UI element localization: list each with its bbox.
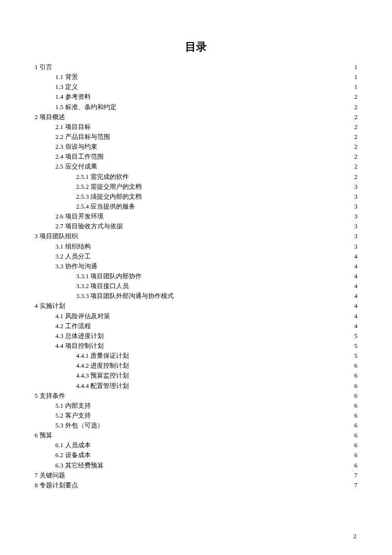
toc-entry-page: 6	[352, 450, 357, 460]
toc-entry-page: 1	[352, 72, 357, 82]
toc-entry-label: 5 支持条件	[35, 391, 65, 401]
toc-entry-page: 5	[352, 331, 357, 341]
toc-entry: 2.4 项目工作范围2	[35, 152, 357, 162]
toc-entry: 8 专题计划要点7	[35, 480, 357, 490]
toc-entry-page: 6	[352, 440, 357, 450]
toc-entry-page: 3	[352, 212, 357, 221]
toc-entry-page: 1	[352, 62, 357, 72]
toc-entry: 4.1 风险评估及对策4	[35, 311, 357, 321]
toc-entry-page: 4	[352, 311, 357, 321]
toc-entry: 4.3 总体进度计划5	[35, 331, 357, 341]
toc-entry-label: 3.3.1 项目团队内部协作	[76, 271, 142, 281]
toc-entry-page: 6	[352, 401, 357, 411]
toc-entry-label: 4.1 风险评估及对策	[55, 311, 110, 321]
toc-entry-label: 2.5 应交付成果	[55, 162, 97, 171]
toc-entry: 6.3 其它经费预算6	[35, 461, 357, 470]
toc-entry: 3.1 组织结构3	[35, 242, 357, 252]
toc-entry-page: 4	[352, 291, 357, 301]
toc-entry-label: 6.3 其它经费预算	[55, 461, 104, 470]
toc-entry-page: 6	[352, 421, 357, 430]
toc-entry: 5.2 客户支持6	[35, 411, 357, 421]
toc-entry-label: 1.4 参考资料	[55, 92, 91, 102]
toc-entry-label: 2.4 项目工作范围	[55, 152, 104, 162]
toc-entry: 5.1 内部支持6	[35, 401, 357, 411]
toc-body: 1 引言11.1 背景11.3 定义11.4 参考资料21.5 标准、条约和约定…	[35, 62, 357, 490]
toc-entry: 2.5.1 需完成的软件2	[35, 172, 357, 182]
toc-entry: 3.3.3 项目团队外部沟通与协作模式4	[35, 291, 357, 301]
toc-entry: 1 引言1	[35, 62, 357, 72]
toc-entry: 3.3.1 项目团队内部协作4	[35, 271, 357, 281]
toc-entry-page: 7	[352, 470, 357, 480]
toc-entry-page: 4	[352, 281, 357, 291]
toc-entry-label: 4.4.3 预算监控计划	[76, 371, 129, 381]
toc-entry-page: 6	[352, 391, 357, 401]
toc-entry-label: 5.3 外包（可选）	[55, 421, 104, 430]
toc-entry: 2.7 项目验收方式与依据3	[35, 221, 357, 231]
toc-entry-page: 2	[352, 152, 357, 162]
toc-entry: 4.4.2 进度控制计划6	[35, 361, 357, 371]
toc-entry-label: 2.5.1 需完成的软件	[76, 172, 129, 182]
toc-entry-page: 6	[352, 461, 357, 470]
toc-entry-label: 4.3 总体进度计划	[55, 331, 104, 341]
toc-entry: 7 关键问题7	[35, 470, 357, 480]
toc-entry: 1.1 背景1	[35, 72, 357, 82]
toc-entry-page: 2	[352, 102, 357, 112]
toc-entry: 3 项目团队组织3	[35, 231, 357, 241]
toc-entry-label: 6.1 人员成本	[55, 440, 91, 450]
toc-entry-label: 1 引言	[35, 62, 52, 72]
toc-entry: 5 支持条件6	[35, 391, 357, 401]
toc-entry-label: 8 专题计划要点	[35, 480, 78, 490]
toc-entry-label: 3.2 人员分工	[55, 252, 91, 261]
toc-entry: 4.4 项目控制计划5	[35, 341, 357, 351]
toc-entry-page: 7	[352, 480, 357, 490]
toc-entry-page: 3	[352, 182, 357, 192]
toc-entry-label: 4.4.2 进度控制计划	[76, 361, 129, 371]
toc-entry-page: 2	[352, 172, 357, 182]
toc-entry: 1.4 参考资料2	[35, 92, 357, 102]
toc-entry-page: 6	[352, 411, 357, 421]
toc-entry-label: 2.6 项目开发环境	[55, 212, 104, 221]
toc-entry-label: 2.1 项目目标	[55, 122, 91, 132]
toc-entry-label: 4 实施计划	[35, 301, 65, 311]
toc-entry-label: 3.3 协作与沟通	[55, 261, 97, 271]
toc-entry-page: 4	[352, 271, 357, 281]
toc-entry-label: 5.1 内部支持	[55, 401, 91, 411]
toc-entry-label: 6 预算	[35, 430, 52, 440]
toc-entry-label: 2.7 项目验收方式与依据	[55, 221, 123, 231]
toc-entry: 1.3 定义1	[35, 82, 357, 92]
toc-title: 目录	[35, 40, 357, 54]
toc-entry-label: 5.2 客户支持	[55, 411, 91, 421]
toc-entry: 2.5 应交付成果2	[35, 162, 357, 171]
toc-entry-page: 6	[352, 381, 357, 391]
toc-entry-page: 6	[352, 371, 357, 381]
toc-entry-label: 4.4.1 质量保证计划	[76, 351, 129, 361]
toc-entry-page: 3	[352, 242, 357, 252]
toc-entry: 3.3 协作与沟通4	[35, 261, 357, 271]
toc-entry: 2 项目概述2	[35, 112, 357, 122]
toc-entry-page: 2	[352, 92, 357, 102]
toc-entry-label: 1.5 标准、条约和约定	[55, 102, 117, 112]
toc-entry-label: 3 项目团队组织	[35, 231, 78, 241]
toc-entry-label: 3.3.3 项目团队外部沟通与协作模式	[76, 291, 174, 301]
toc-entry: 6.1 人员成本6	[35, 440, 357, 450]
toc-entry: 2.5.2 需提交用户的文档3	[35, 182, 357, 192]
toc-entry-page: 5	[352, 341, 357, 351]
toc-entry: 5.3 外包（可选）6	[35, 421, 357, 430]
toc-entry: 2.6 项目开发环境3	[35, 212, 357, 221]
toc-entry: 2.2 产品目标与范围2	[35, 132, 357, 142]
toc-entry: 4.4.4 配置管理计划6	[35, 381, 357, 391]
toc-entry-page: 3	[352, 231, 357, 241]
toc-entry-page: 2	[352, 132, 357, 142]
toc-entry-page: 2	[352, 142, 357, 152]
toc-entry-label: 2.5.3 须提交内部的文档	[76, 192, 142, 202]
toc-entry: 4.4.3 预算监控计划6	[35, 371, 357, 381]
toc-entry: 2.1 项目目标2	[35, 122, 357, 132]
page-number: 2	[353, 532, 357, 540]
toc-entry-page: 3	[352, 221, 357, 231]
toc-entry-page: 2	[352, 122, 357, 132]
toc-entry-label: 2.5.4 应当提供的服务	[76, 202, 135, 212]
toc-entry: 2.5.3 须提交内部的文档3	[35, 192, 357, 202]
toc-entry: 3.2 人员分工4	[35, 252, 357, 261]
toc-entry-label: 7 关键问题	[35, 470, 65, 480]
toc-entry-label: 4.2 工作流程	[55, 321, 91, 331]
